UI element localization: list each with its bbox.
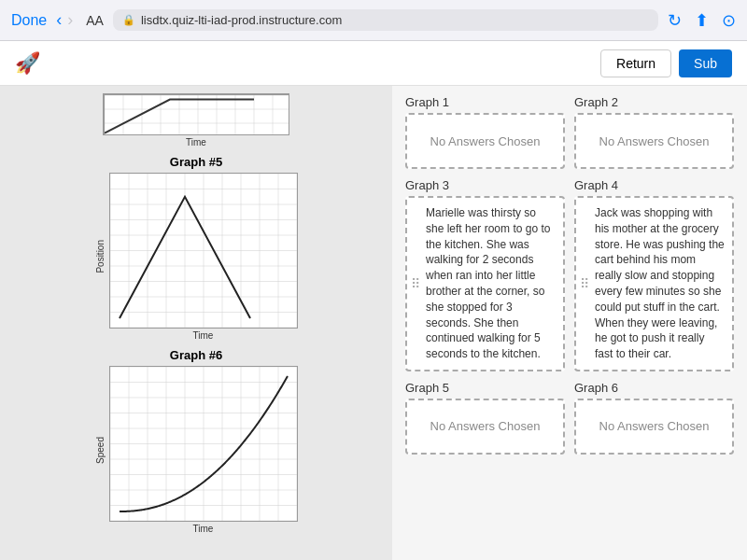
back-button[interactable]: ‹ <box>56 10 62 30</box>
graph6-wrap: Speed Time <box>19 366 374 534</box>
answer-box-graph3[interactable]: ⠿Marielle was thirsty so she left her ro… <box>405 196 565 371</box>
drag-handle[interactable]: ⠿ <box>411 276 420 291</box>
answer-cell-graph1: Graph 1No Answers Chosen <box>405 95 565 169</box>
share-icon[interactable]: ⬆ <box>695 10 709 31</box>
answer-cell-graph4: Graph 4⠿Jack was shopping with his mothe… <box>574 178 734 371</box>
answers-grid: Graph 1No Answers ChosenGraph 2No Answer… <box>405 95 734 455</box>
answer-box-graph4[interactable]: ⠿Jack was shopping with his mother at th… <box>574 196 734 371</box>
aa-button[interactable]: AA <box>86 13 104 28</box>
app-header: 🚀 Return Sub <box>0 41 747 86</box>
partial-canvas <box>104 94 289 135</box>
answer-box-graph2[interactable]: No Answers Chosen <box>574 113 734 169</box>
partial-graph-inner: Time <box>103 93 289 147</box>
graph5-container: Graph #5 Position Time <box>19 155 374 341</box>
partial-graph-wrap: Time <box>19 93 374 147</box>
browser-bar: Done ‹ › AA 🔒 lisdtx.quiz-lti-iad-prod.i… <box>0 0 747 41</box>
answer-box-graph6[interactable]: No Answers Chosen <box>574 399 734 455</box>
done-button[interactable]: Done <box>11 12 47 29</box>
answer-cell-graph2: Graph 2No Answers Chosen <box>574 95 734 169</box>
answer-label-graph3: Graph 3 <box>405 178 565 192</box>
drag-handle[interactable]: ⠿ <box>580 276 589 291</box>
answer-label-graph5: Graph 5 <box>405 381 565 395</box>
answer-text-graph3: Marielle was thirsty so she left her roo… <box>415 205 556 362</box>
graph5-wrap: Position Time <box>19 173 374 341</box>
url-bar[interactable]: 🔒 lisdtx.quiz-lti-iad-prod.instructure.c… <box>113 9 658 31</box>
browser-actions: ↻ ⬆ ⊙ <box>668 10 736 31</box>
answer-label-graph1: Graph 1 <box>405 95 565 109</box>
graph6-x-label: Time <box>193 524 214 534</box>
partial-graph <box>103 93 289 135</box>
answer-cell-graph3: Graph 3⠿Marielle was thirsty so she left… <box>405 178 565 371</box>
url-text: lisdtx.quiz-lti-iad-prod.instructure.com <box>141 13 342 27</box>
nav-buttons: ‹ › <box>56 10 73 30</box>
answer-box-graph1[interactable]: No Answers Chosen <box>405 113 565 169</box>
menu-icon[interactable]: ⊙ <box>722 10 736 31</box>
answer-label-graph4: Graph 4 <box>574 178 734 192</box>
right-panel: Graph 1No Answers ChosenGraph 2No Answer… <box>392 86 747 560</box>
answer-cell-graph5: Graph 5No Answers Chosen <box>405 381 565 455</box>
main-content: Time Graph #5 Position Time Graph #6 Spe… <box>0 86 747 560</box>
return-button[interactable]: Return <box>600 49 671 77</box>
submit-button[interactable]: Sub <box>679 49 732 77</box>
graph5-canvas <box>109 173 298 329</box>
partial-x-label: Time <box>186 137 206 147</box>
rocket-icon: 🚀 <box>15 51 40 76</box>
graph5-x-label: Time <box>193 330 214 341</box>
graph6-title: Graph #6 <box>19 348 374 362</box>
graph6-y-label: Speed <box>95 437 106 464</box>
answer-label-graph2: Graph 2 <box>574 95 734 109</box>
graph6-inner: Time <box>109 366 298 534</box>
answer-label-graph6: Graph 6 <box>574 381 734 395</box>
refresh-icon[interactable]: ↻ <box>668 10 682 31</box>
header-buttons: Return Sub <box>600 49 732 77</box>
left-panel: Time Graph #5 Position Time Graph #6 Spe… <box>0 86 392 560</box>
answer-text-graph4: Jack was shopping with his mother at the… <box>584 205 725 362</box>
graph6-container: Graph #6 Speed Time <box>19 348 374 534</box>
answer-cell-graph6: Graph 6No Answers Chosen <box>574 381 734 455</box>
answer-box-graph5[interactable]: No Answers Chosen <box>405 399 565 455</box>
forward-button[interactable]: › <box>67 10 73 30</box>
graph5-inner: Time <box>109 173 298 341</box>
graph5-title: Graph #5 <box>19 155 374 169</box>
lock-icon: 🔒 <box>122 14 135 26</box>
graph5-y-label: Position <box>95 240 106 273</box>
graph6-canvas <box>109 366 298 522</box>
partial-graph-container: Time <box>19 93 374 147</box>
